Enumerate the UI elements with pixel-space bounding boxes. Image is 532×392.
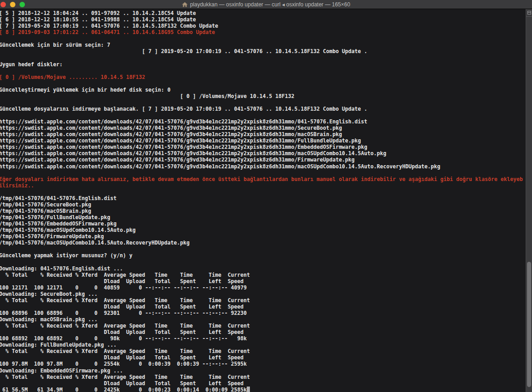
terminal-line-text: ilirsiniz.. (0, 182, 34, 189)
terminal-line-text: Güncelleme dosyalarını indirmeye başlana… (0, 106, 367, 112)
terminal-line-text: /tmp/041-57076/SecureBoot.pkg (0, 201, 91, 208)
terminal-line: Dload Upload Total Spent Left Speed (0, 329, 526, 335)
terminal-line-text: Uygun hedef diskler: (0, 61, 63, 68)
terminal-line-text: Downloading: EmbeddedOSFirmware.pkg ... (0, 368, 123, 374)
terminal-line-text: [ 6 ] 2018-12-12 18:10:55 .. 041-19988 .… (0, 16, 196, 23)
terminal-line-text: Downloading: macOSBrain.pkg ... (0, 316, 98, 323)
terminal-line-text: Downloading: 041-57076.English.dist ... (0, 265, 123, 272)
terminal-line-text: /tmp/041-57076/EmbeddedOSFirmware.pkg (0, 220, 117, 227)
terminal-line: /tmp/041-57076/FirmwareUpdate.pkg (0, 233, 526, 240)
terminal-line-text: /tmp/041-57076/macOSUpdCombo10.14.5Auto.… (0, 240, 190, 246)
terminal-content[interactable]: [ 5 ] 2018-12-12 18:04:24 .. 091-97092 .… (0, 9, 532, 392)
window-title: playdukkan — osxinfo updater — curl ◂ os… (0, 0, 532, 9)
scrollbar[interactable] (526, 9, 532, 392)
terminal-line: Güncelleme yapmak istiyor musunuz? (y/n)… (0, 252, 526, 259)
terminal-line-text: 100 97.8M 100 97.8M 0 0 2554k 0 0:00:39 … (0, 361, 247, 367)
terminal-window: playdukkan — osxinfo updater — curl ◂ os… (0, 0, 532, 392)
terminal-line: Dload Upload Total Spent Left Speed (0, 278, 526, 284)
terminal-line-text: [ 8 ] 2019-09-03 17:01:22 .. 061-06471 .… (0, 29, 215, 35)
terminal-line-text: https://swdist.apple.com/content/downloa… (0, 137, 361, 144)
split-pane-button[interactable] (526, 9, 532, 17)
terminal-line: /tmp/041-57076/macOSUpdCombo10.14.5Auto.… (0, 227, 526, 233)
text-cursor (247, 387, 250, 392)
terminal-line: /tmp/041-57076/SecureBoot.pkg (0, 201, 526, 208)
terminal-line: https://swdist.apple.com/content/downloa… (0, 125, 526, 131)
terminal-line: Dload Upload Total Spent Left Speed (0, 304, 526, 310)
home-icon (182, 2, 188, 7)
terminal-line: Downloading: FullBundleUpdate.pkg ... (0, 342, 526, 348)
terminal-line: /tmp/041-57076/macOSUpdCombo10.14.5Auto.… (0, 240, 526, 246)
terminal-line: Güncelleştirmeyi yüklemek için bir hedef… (0, 87, 526, 93)
terminal-line: 100 12171 100 12171 0 0 40859 0 --:--:--… (0, 284, 526, 291)
window-title-text: playdukkan — osxinfo updater — curl ◂ os… (190, 1, 350, 8)
terminal-line: [ 7 ] 2019-05-20 17:00:19 .. 041-57076 .… (0, 23, 526, 29)
terminal-line: Downloading: 041-57076.English.dist ... (0, 265, 526, 272)
terminal-line: Downloading: macOSBrain.pkg ... (0, 316, 526, 323)
terminal-line-text: https://swdist.apple.com/content/downloa… (0, 150, 386, 157)
terminal-line-text: % Total % Received % Xferd Average Speed… (0, 323, 250, 329)
terminal-line: Güncelleme dosyalarını indirmeye başlana… (0, 106, 526, 112)
terminal-line: 100 97.8M 100 97.8M 0 0 2554k 0 0:00:39 … (0, 361, 526, 367)
terminal-line: Güncellemek için bir sürüm seçin: 7 (0, 42, 526, 48)
terminal-line-text: https://swdist.apple.com/content/downloa… (0, 144, 367, 150)
terminal-line: Dload Upload Total Spent Left Speed (0, 380, 526, 387)
terminal-line: https://swdist.apple.com/content/downloa… (0, 163, 526, 170)
terminal-line-text: % Total % Received % Xferd Average Speed… (0, 374, 250, 380)
terminal-line (0, 99, 526, 106)
terminal-line-text: https://swdist.apple.com/content/downloa… (0, 163, 440, 170)
terminal-line-text: 100 68892 100 68892 0 0 98k 0 --:--:-- -… (0, 335, 247, 342)
terminal-line-text: Dload Upload Total Spent Left Speed (0, 380, 244, 387)
terminal-line: /tmp/041-57076/macOSBrain.pkg (0, 208, 526, 214)
terminal-line (0, 54, 526, 61)
terminal-line: /tmp/041-57076/EmbeddedOSFirmware.pkg (0, 220, 526, 227)
terminal-line-text: /tmp/041-57076/macOSBrain.pkg (0, 208, 91, 214)
terminal-line-text: % Total % Received % Xferd Average Speed… (0, 348, 250, 354)
terminal-line: [ 7 ] 2019-05-20 17:00:19 .. 041-57076 .… (0, 48, 526, 54)
terminal-line: % Total % Received % Xferd Average Speed… (0, 297, 526, 304)
terminal-line: Downloading: SecureBoot.pkg ... (0, 291, 526, 297)
terminal-line: 61 56.5M 61 34.9M 0 0 2425k 0 0:00:23 0:… (0, 387, 526, 392)
terminal-line-text: https://swdist.apple.com/content/downloa… (0, 118, 367, 125)
terminal-line (0, 68, 526, 74)
screen: { "window": { "title": "playdukkan — osx… (0, 0, 532, 392)
terminal-line (0, 112, 526, 118)
terminal-line (0, 170, 526, 176)
terminal-output: [ 5 ] 2018-12-12 18:04:24 .. 091-97092 .… (0, 9, 526, 392)
terminal-line: Dload Upload Total Spent Left Speed (0, 354, 526, 361)
terminal-line-text: /tmp/041-57076/macOSUpdCombo10.14.5Auto.… (0, 227, 136, 233)
titlebar[interactable]: playdukkan — osxinfo updater — curl ◂ os… (0, 0, 532, 9)
terminal-line-text: Dload Upload Total Spent Left Speed (0, 329, 244, 335)
terminal-line-text: https://swdist.apple.com/content/downloa… (0, 131, 342, 137)
terminal-line-text: Downloading: SecureBoot.pkg ... (0, 291, 98, 297)
terminal-line: Downloading: EmbeddedOSFirmware.pkg ... (0, 368, 526, 374)
terminal-line: % Total % Received % Xferd Average Speed… (0, 272, 526, 278)
terminal-line: https://swdist.apple.com/content/downloa… (0, 144, 526, 150)
terminal-line: % Total % Received % Xferd Average Speed… (0, 374, 526, 380)
terminal-line-text: /tmp/041-57076/041-57076.English.dist (0, 195, 117, 201)
terminal-line-text: % Total % Received % Xferd Average Speed… (0, 272, 250, 278)
terminal-line (0, 35, 526, 42)
terminal-line (0, 80, 526, 87)
terminal-line: /tmp/041-57076/FullBundleUpdate.pkg (0, 214, 526, 220)
terminal-line-text: Güncelleme yapmak istiyor musunuz? (y/n)… (0, 252, 132, 259)
terminal-line-text: Eğer dosyaları indirirken hata alırsanız… (0, 176, 523, 182)
terminal-line-text: % Total % Received % Xferd Average Speed… (0, 297, 250, 304)
terminal-line: https://swdist.apple.com/content/downloa… (0, 118, 526, 125)
terminal-line: [ 6 ] 2018-12-12 18:10:55 .. 041-19988 .… (0, 16, 526, 23)
terminal-line-text: /tmp/041-57076/FullBundleUpdate.pkg (0, 214, 110, 220)
terminal-line: https://swdist.apple.com/content/downloa… (0, 157, 526, 163)
terminal-line: /tmp/041-57076/041-57076.English.dist (0, 195, 526, 201)
split-pane-icon (527, 11, 531, 15)
terminal-line-text: Dload Upload Total Spent Left Speed (0, 304, 244, 310)
terminal-line: % Total % Received % Xferd Average Speed… (0, 323, 526, 329)
terminal-line: [ 5 ] 2018-12-12 18:04:24 .. 091-97092 .… (0, 10, 526, 16)
terminal-line: Eğer dosyaları indirirken hata alırsanız… (0, 176, 526, 182)
terminal-line-text: Güncelleştirmeyi yüklemek için bir hedef… (0, 87, 171, 93)
scrollbar-thumb[interactable] (527, 262, 531, 387)
terminal-line-text: https://swdist.apple.com/content/downloa… (0, 125, 342, 131)
terminal-line: [ 8 ] 2019-09-03 17:01:22 .. 061-06471 .… (0, 29, 526, 35)
terminal-line-text: [ 5 ] 2018-12-12 18:04:24 .. 091-97092 .… (0, 10, 196, 16)
terminal-line-text: [ 0 ] /Volumes/Mojave ......... 10.14.5 … (0, 74, 145, 80)
terminal-line-text: Güncellemek için bir sürüm seçin: 7 (0, 42, 110, 48)
terminal-line-text: [ 0 ] /Volumes/Mojave 10.14.5 18F132 (0, 93, 294, 99)
